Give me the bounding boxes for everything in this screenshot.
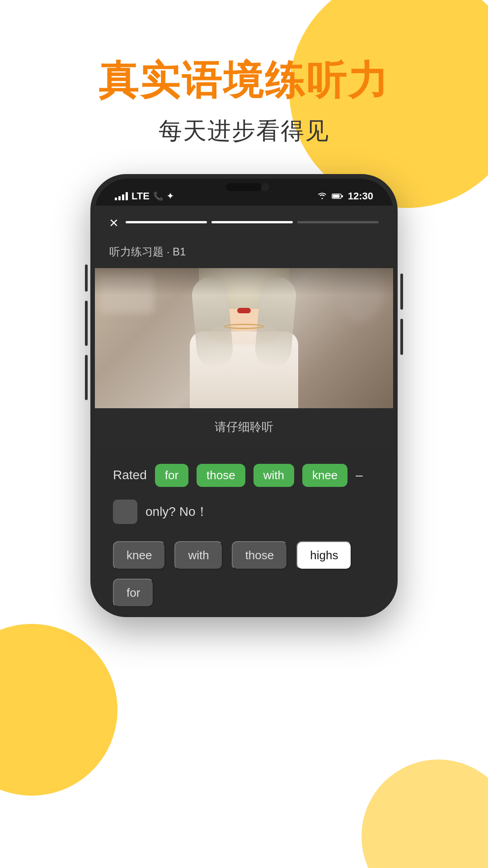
battery-icon (332, 190, 343, 202)
phone-notch (199, 179, 289, 196)
answer-row-2: only? No！ (113, 500, 375, 524)
progress-segments (126, 221, 379, 223)
rated-label: Rated (113, 468, 147, 482)
phone-frame: LTE 📞 ✦ (90, 174, 398, 617)
progress-bar-row: × (95, 206, 393, 237)
phone-side-vol-up (85, 301, 88, 346)
answer-panel: Rated for those with knee – only? No！ (95, 446, 393, 613)
main-content: 真实语境练听力 每天进步看得见 (0, 0, 488, 868)
choice-for[interactable]: for (113, 579, 154, 607)
header-section: 真实语境练听力 每天进步看得见 (99, 59, 389, 147)
signal-bars-icon (115, 192, 128, 200)
progress-segment-3 (297, 221, 379, 223)
exercise-label: 听力练习题 · B1 (95, 237, 393, 268)
word-choices: knee with those highs for (113, 541, 375, 607)
phone-side-mute (85, 264, 88, 292)
choice-knee[interactable]: knee (113, 541, 165, 570)
answer-dash: – (356, 468, 363, 482)
answer-row-1: Rated for those with knee – (113, 464, 375, 487)
page-title-main: 真实语境练听力 (99, 59, 389, 103)
bluetooth-icon: ✦ (167, 191, 174, 201)
answer-blank-box[interactable] (113, 500, 137, 524)
progress-segment-1 (126, 221, 207, 223)
network-type: LTE (131, 190, 150, 202)
svg-rect-2 (342, 195, 343, 197)
answer-row2-text: only? No！ (145, 503, 208, 520)
answer-chip-those[interactable]: those (197, 464, 245, 487)
video-area (95, 268, 393, 408)
answer-chip-with[interactable]: with (253, 464, 294, 487)
wifi-icon (317, 190, 327, 202)
listen-instruction: 请仔细聆听 (95, 408, 393, 446)
answer-chip-for[interactable]: for (155, 464, 188, 487)
answer-chip-knee[interactable]: knee (302, 464, 347, 487)
close-button[interactable]: × (109, 215, 118, 230)
svg-rect-1 (333, 194, 339, 198)
call-icon: 📞 (153, 191, 163, 201)
status-left: LTE 📞 ✦ (115, 190, 174, 202)
phone-side-power-2 (400, 319, 403, 355)
phone-inner: LTE 📞 ✦ (95, 179, 393, 613)
phone-side-power (400, 274, 403, 310)
status-right: 12:30 (317, 190, 373, 202)
choice-those[interactable]: those (232, 541, 288, 570)
screen-content: × 听力练习题 · B1 (95, 206, 393, 613)
phone-mockup: LTE 📞 ✦ (90, 174, 398, 617)
phone-side-vol-down (85, 355, 88, 400)
progress-segment-2 (211, 221, 293, 223)
choice-with[interactable]: with (174, 541, 222, 570)
page-title-sub: 每天进步看得见 (99, 115, 389, 147)
choice-highs[interactable]: highs (296, 541, 352, 570)
status-time: 12:30 (348, 190, 373, 202)
